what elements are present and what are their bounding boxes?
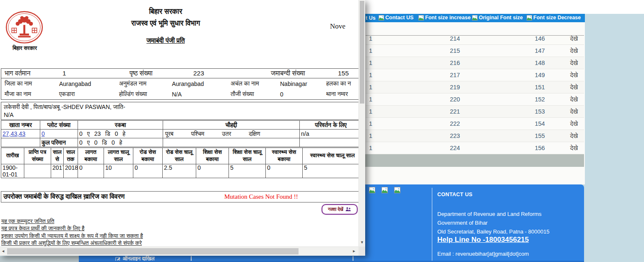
cess-value: 0 [78, 164, 104, 178]
info-value: Nabinagar [280, 80, 326, 87]
table-row: 1 216 148 देखे [366, 57, 584, 69]
header-department: राजस्व एवं भूमि सुधार विभाग [0, 19, 331, 28]
cell-serial: 1 [366, 108, 394, 115]
cell-page-no: 220 [394, 96, 516, 103]
cell-page-no: 217 [394, 72, 516, 78]
total-rakba-value: 0 ए 0 डि 0 हे [78, 138, 163, 147]
vertical-scrollbar-thumb[interactable] [360, 1, 364, 104]
info-row-2: जिला का नाम Aurangabad अनुमंडल नाम Auran… [1, 78, 358, 89]
jamabandi-popup: बिहार सरकार बिहार सरकार राजस्व एवं भूमि … [0, 0, 365, 256]
scroll-right-arrow-icon[interactable]: ► [352, 249, 356, 253]
cell-jamabandi-no: 155 [516, 132, 564, 139]
contact-email: Email : revenuebihar[at]gmail[dot]com [437, 251, 529, 257]
khata-header: रकबा [78, 121, 163, 130]
cess-header: शिक्षा सेस चालू साल [229, 148, 266, 164]
cell-serial: 1 [366, 120, 394, 127]
broken-image-icon [418, 15, 424, 21]
table-row: 1 217 149 देखे [366, 69, 584, 81]
nav-link-partial[interactable]: t Us [366, 15, 376, 21]
khata-number-link[interactable]: 27,43,43 [3, 130, 26, 137]
view-link[interactable]: देखे [564, 96, 584, 103]
vertical-scrollbar[interactable]: ▼ [358, 0, 365, 246]
nav-link-font-original[interactable]: Original Font size [472, 15, 523, 21]
info-value: 155 [338, 70, 358, 77]
table-row: 1 223 155 देखे [366, 130, 584, 142]
nav-link-font-decrease[interactable]: Font size Decrease [527, 15, 581, 21]
mutation-box: उपरोक्त जमाबंदी के विरुद्ध दाखिल ख़ारिज … [1, 191, 358, 202]
table-row-partial: 1 214 146 देखे [366, 36, 584, 45]
cell-jamabandi-no: 156 [516, 145, 564, 151]
view-link[interactable]: देखे [564, 36, 584, 42]
info-row-3: मौजा का नाम एकडारा होल्डिंग संख्या N/A त… [1, 89, 358, 99]
view-map-label: नक्शा देखें [328, 207, 343, 212]
jamabandi-document: बिहार सरकार बिहार सरकार राजस्व एवं भूमि … [0, 0, 358, 246]
view-link[interactable]: देखे [564, 120, 584, 127]
cess-header: स्वास्थ्य सेस चालू साल [303, 148, 359, 164]
table-row: 1 222 154 देखे [366, 118, 584, 130]
cess-table: तारीखप्राप्ति पत्र संख्यासाल सेसाल तकलाग… [1, 148, 358, 178]
owner-line: N/A [4, 111, 358, 119]
cell-serial: 1 [366, 145, 394, 151]
cell-jamabandi-no: 149 [516, 72, 564, 78]
bottom-left-strip [0, 257, 79, 262]
cell-page-no: 219 [394, 84, 516, 91]
cess-value: 0 [266, 164, 303, 178]
cess-header: लागत बकाया [78, 148, 104, 164]
owner-line: लकेसरी देवी , पिता/बाप/अबू -SHDEV PASWAN… [4, 103, 358, 111]
records-table: 1 214 146 देखे 1 215 147 देखे 1 216 148 [366, 35, 584, 154]
cess-value: 1900-01-01 [1, 164, 24, 178]
scroll-down-arrow-icon[interactable]: ▼ [360, 240, 364, 244]
info-value: 0 [280, 91, 326, 98]
cell-jamabandi-no: 148 [516, 60, 564, 66]
broken-image-icon[interactable] [382, 187, 388, 193]
header-government: बिहार सरकार [0, 8, 331, 16]
disclaimer-line: इसका उपयोग किसी भी न्यायलय में साक्ष्य क… [1, 232, 143, 239]
info-label: जमाबन्दी संख्या [271, 70, 338, 77]
scroll-left-arrow-icon[interactable]: ◄ [1, 249, 5, 253]
direction-label: उतर [222, 130, 231, 137]
cess-value: 2.5 [163, 164, 196, 178]
cess-value: 0 [133, 164, 163, 178]
view-link[interactable]: देखे [564, 47, 584, 54]
cell-page-no: 221 [394, 108, 516, 115]
nav-link-contact-us[interactable]: Contact US [379, 15, 413, 21]
info-label: भाग वर्तमान [5, 70, 62, 77]
cell-serial: 1 [366, 60, 394, 66]
view-link[interactable]: देखे [564, 145, 584, 152]
helpline-link[interactable]: Help Line No -18003456215 [437, 236, 529, 244]
view-map-button[interactable]: नक्शा देखें [322, 204, 358, 215]
broken-image-icon [527, 15, 532, 21]
view-link[interactable]: देखे [564, 72, 584, 79]
view-link[interactable]: देखे [564, 84, 584, 91]
nav-link-font-increase[interactable]: Font size increase [418, 15, 470, 21]
cess-header: प्राप्ति पत्र संख्या [24, 148, 51, 164]
popup-content: बिहार सरकार बिहार सरकार राजस्व एवं भूमि … [0, 0, 358, 246]
horizontal-scrollbar-thumb[interactable] [7, 248, 299, 254]
info-value: Aurangabad [59, 80, 119, 87]
horizontal-scrollbar[interactable]: ◄ ► [0, 246, 358, 256]
cell-page-no: 216 [394, 60, 516, 66]
nav-link-label: Contact US [385, 15, 413, 21]
cell-page-no: 222 [394, 120, 516, 127]
contact-address: Department of Revenue and Land ReformsGo… [437, 210, 549, 236]
view-link[interactable]: देखे [564, 132, 584, 140]
people-icon [345, 207, 351, 212]
cell-page-no: 214 [394, 36, 516, 42]
disclaimer-line: यह एक कम्प्युटर जनित प्रति [1, 218, 143, 225]
info-value: 223 [193, 70, 271, 77]
document-title: जमाबंदी पंजी प्रति [0, 37, 331, 44]
khata-header: खाता नम्बर [1, 121, 40, 130]
cess-header: लागत चालू साल [104, 148, 133, 164]
broken-image-icon[interactable] [394, 187, 400, 193]
address-line: Government of Bihar [437, 218, 549, 227]
cess-value: 10 [104, 164, 133, 178]
cess-header: साल तक [64, 148, 78, 164]
date-fragment: Nove [330, 22, 345, 31]
plot-number-link[interactable]: 0 [42, 130, 45, 137]
view-link[interactable]: देखे [564, 60, 584, 67]
view-link[interactable]: देखे [564, 108, 584, 115]
broken-image-icon[interactable] [369, 187, 375, 193]
address-line: Old Secretariat, Bailey Road, Patna - 80… [437, 227, 549, 236]
cell-serial: 1 [366, 96, 394, 103]
info-label: हलका का न [326, 80, 358, 87]
